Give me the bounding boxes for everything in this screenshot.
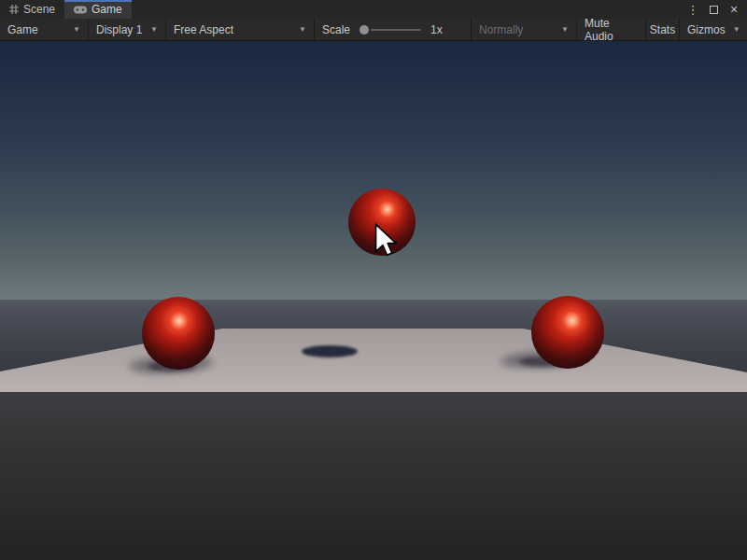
gamepad-icon (74, 6, 87, 14)
grid-icon (9, 5, 19, 14)
display-dropdown-label: Display 1 (96, 23, 142, 36)
aspect-ratio-label: Free Aspect (174, 23, 233, 36)
scale-value: 1x (430, 23, 443, 36)
tab-game-label: Game (92, 3, 122, 16)
play-mode-dropdown[interactable]: Normally ▼ (472, 19, 577, 40)
view-dropdown[interactable]: Game ▼ (0, 19, 89, 40)
scale-slider-track[interactable] (371, 29, 421, 31)
mute-audio-button[interactable]: Mute Audio (577, 19, 646, 40)
floating-sphere-shadow (302, 345, 358, 357)
stats-button[interactable]: Stats (646, 19, 680, 40)
stats-label: Stats (650, 23, 675, 36)
tab-scene[interactable]: Scene (0, 0, 64, 19)
scale-slider-knob[interactable] (359, 25, 369, 35)
play-mode-label: Normally (479, 23, 523, 36)
aspect-ratio-dropdown[interactable]: Free Aspect ▼ (166, 19, 315, 40)
mouse-cursor-icon (374, 223, 402, 260)
window-controls: ⋮ × (685, 0, 747, 19)
close-icon[interactable]: × (726, 2, 741, 17)
mute-audio-label: Mute Audio (585, 17, 638, 43)
game-view-toolbar: Game ▼ Display 1 ▼ Free Aspect ▼ Scale 1… (0, 19, 747, 41)
red-sphere-right (531, 296, 604, 369)
scale-control: Scale 1x (315, 19, 472, 40)
chevron-down-icon: ▼ (65, 25, 80, 34)
gizmos-dropdown[interactable]: Gizmos ▼ (680, 19, 747, 40)
sky-gradient (0, 41, 747, 300)
gizmos-label: Gizmos (687, 23, 726, 36)
game-view-window: Scene Game ⋮ × Game ▼ Disp (0, 0, 747, 560)
chevron-down-icon: ▼ (726, 25, 740, 34)
more-menu-icon[interactable]: ⋮ (685, 2, 700, 17)
display-dropdown[interactable]: Display 1 ▼ (89, 19, 166, 40)
dark-foreground (0, 392, 747, 560)
chevron-down-icon: ▼ (291, 25, 306, 34)
chevron-down-icon: ▼ (554, 25, 569, 34)
scale-label: Scale (322, 23, 350, 36)
maximize-icon[interactable] (706, 2, 721, 17)
game-render-viewport[interactable] (0, 41, 747, 560)
red-sphere-left (142, 297, 215, 370)
tab-game[interactable]: Game (64, 0, 132, 19)
chevron-down-icon: ▼ (143, 25, 158, 34)
view-dropdown-label: Game (7, 23, 38, 36)
tab-scene-label: Scene (23, 3, 55, 16)
